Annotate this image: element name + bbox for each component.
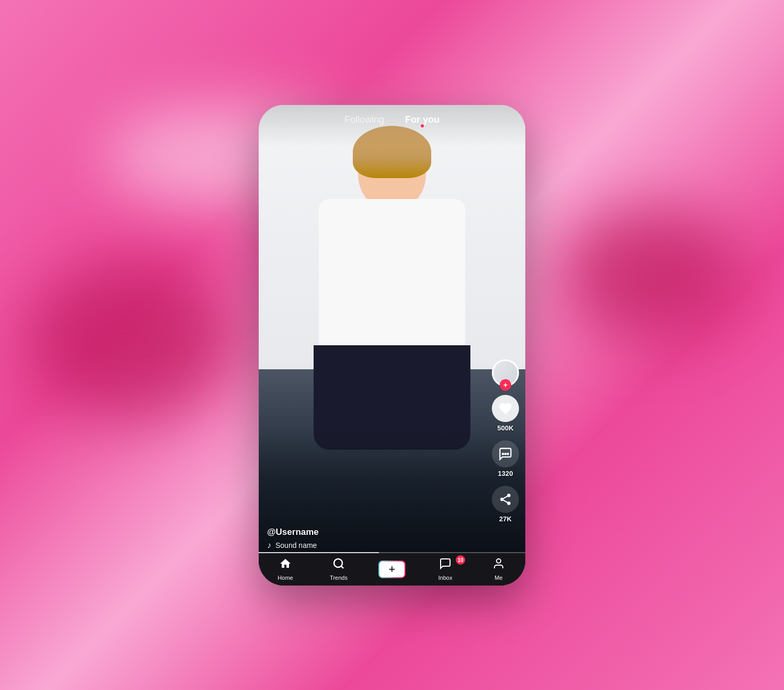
svg-line-3: [503, 500, 507, 502]
comment-icon: [498, 447, 513, 461]
home-label: Home: [278, 575, 293, 581]
svg-point-2: [506, 452, 509, 455]
sound-info: ♪ Sound name: [267, 541, 489, 550]
avatar-follow-button[interactable]: +: [492, 359, 519, 387]
sound-name: Sound name: [275, 541, 317, 549]
svg-point-0: [502, 452, 504, 455]
svg-point-5: [334, 559, 342, 567]
nav-trends[interactable]: Trends: [323, 557, 354, 581]
share-icon: [499, 493, 512, 506]
action-bar: + 500K: [492, 359, 519, 523]
person-figure: [308, 131, 476, 445]
svg-line-6: [341, 566, 343, 568]
tab-for-you[interactable]: For you: [405, 114, 440, 125]
inbox-icon: 10: [439, 557, 452, 573]
me-label: Me: [494, 575, 502, 581]
comment-count: 1320: [498, 470, 513, 477]
bottom-navigation: Home Trends + 10 Inbox: [259, 553, 525, 586]
comment-icon-container: [492, 440, 519, 467]
comment-action[interactable]: 1320: [492, 440, 519, 477]
username: @Username: [267, 527, 489, 537]
music-icon: ♪: [267, 541, 271, 550]
create-button[interactable]: +: [378, 560, 406, 578]
nav-inbox[interactable]: 10 Inbox: [430, 557, 461, 581]
create-icon: +: [389, 564, 396, 575]
like-count: 500K: [497, 424, 513, 432]
share-count: 27K: [499, 515, 512, 523]
profile-icon: [492, 557, 505, 573]
svg-point-7: [497, 559, 501, 563]
svg-line-4: [503, 496, 507, 498]
home-icon: [279, 557, 292, 573]
follow-button[interactable]: +: [500, 379, 511, 391]
inbox-badge-count: 10: [456, 555, 465, 565]
share-icon-container: [492, 486, 519, 513]
share-action[interactable]: 27K: [492, 486, 519, 523]
video-area: Following For you + 500K: [259, 105, 525, 586]
svg-point-1: [504, 452, 507, 455]
inbox-label: Inbox: [439, 575, 453, 581]
top-navigation: Following For you: [259, 105, 525, 132]
trends-label: Trends: [330, 575, 348, 581]
video-info: @Username ♪ Sound name: [267, 527, 489, 550]
tab-following[interactable]: Following: [344, 114, 384, 125]
heart-icon: [498, 401, 513, 416]
nav-me[interactable]: Me: [483, 557, 514, 581]
like-action[interactable]: 500K: [492, 395, 519, 432]
phone-frame: Following For you + 500K: [259, 105, 525, 586]
search-icon: [332, 557, 345, 573]
nav-home[interactable]: Home: [270, 557, 301, 581]
like-icon-container: [492, 395, 519, 422]
nav-create[interactable]: +: [376, 560, 408, 578]
person-shirt: [319, 199, 465, 345]
